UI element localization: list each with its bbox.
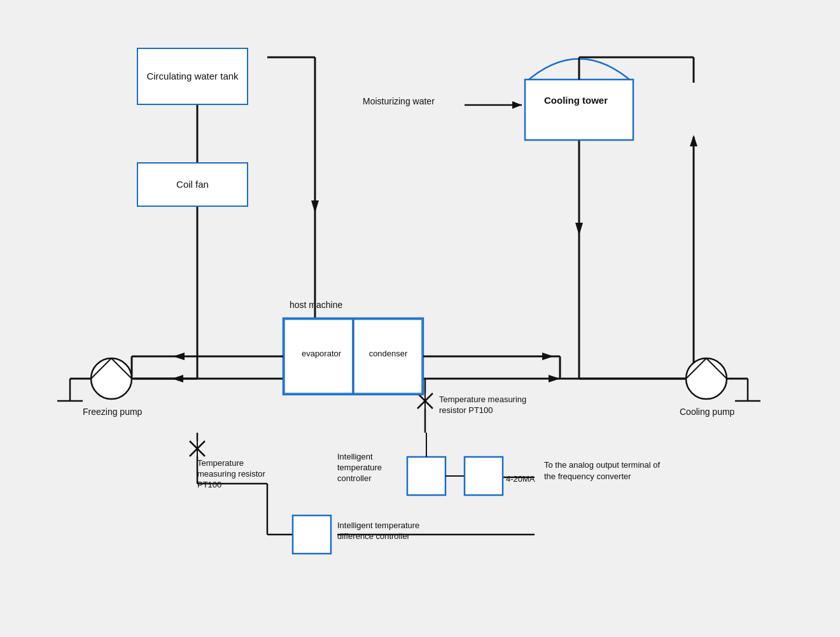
temp-resistor-left-label: Temperature measuring resistor PT100 bbox=[197, 458, 283, 491]
svg-rect-58 bbox=[525, 80, 633, 140]
svg-marker-12 bbox=[311, 200, 319, 213]
svg-marker-57 bbox=[542, 353, 554, 360]
intelligent-temp-diff-controller-label: Intelligent temperature difference contr… bbox=[337, 521, 426, 542]
coil-fan-label: Coil fan bbox=[137, 162, 248, 207]
svg-rect-64 bbox=[293, 515, 331, 554]
ma-label: 4-20MA bbox=[506, 474, 535, 485]
svg-marker-14 bbox=[690, 135, 697, 146]
temp-resistor-right-label: Temperature measuring resistor PT100 bbox=[439, 395, 528, 416]
condenser-label: condenser bbox=[356, 349, 420, 360]
moisturizing-water-label: Moisturizing water bbox=[363, 95, 435, 107]
svg-point-41 bbox=[686, 358, 727, 399]
svg-marker-56 bbox=[173, 353, 185, 360]
circulating-water-tank-label: Circulating water tank bbox=[137, 48, 248, 105]
analog-output-label: To the analog output terminal of the fre… bbox=[544, 459, 662, 482]
svg-marker-16 bbox=[549, 375, 560, 382]
cooling-tower-label: Cooling tower bbox=[535, 94, 617, 107]
diagram: Circulating water tank Coil fan Moisturi… bbox=[0, 0, 840, 637]
evaporator-label: evaporator bbox=[290, 349, 353, 360]
freezing-pump-label: Freezing pump bbox=[83, 406, 142, 417]
svg-point-34 bbox=[91, 358, 132, 399]
svg-rect-63 bbox=[465, 457, 503, 495]
host-machine-label: host machine bbox=[290, 299, 342, 311]
intelligent-temp-controller-label: Intelligent temperature controller bbox=[337, 452, 407, 484]
svg-marker-13 bbox=[575, 223, 583, 235]
cooling-pump-label: Cooling pump bbox=[680, 406, 734, 417]
svg-rect-60 bbox=[407, 457, 445, 495]
svg-marker-18 bbox=[512, 101, 522, 109]
